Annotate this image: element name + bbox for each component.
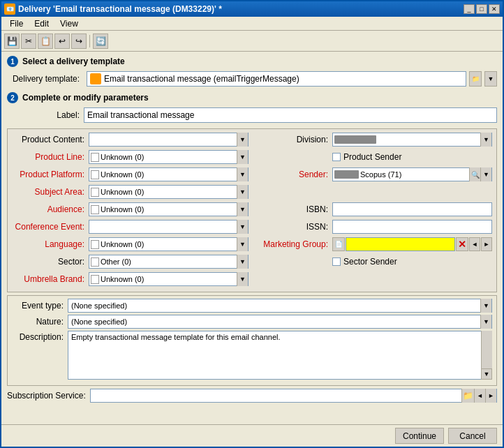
subject-area-arrow[interactable]: ▼ (237, 185, 248, 199)
menu-view[interactable]: View (54, 17, 84, 30)
marketing-group-label: Marketing Group: (255, 239, 332, 249)
sector-row: Sector: Other (0) ▼ (12, 254, 249, 269)
label-field-input[interactable]: Email transactional message (84, 107, 497, 123)
division-arrow[interactable]: ▼ (480, 133, 491, 147)
marketing-group-prev-button[interactable]: ◄ (469, 237, 480, 251)
product-platform-label: Product Platform: (12, 170, 89, 179)
isbn-input[interactable] (332, 202, 492, 216)
product-platform-field[interactable]: Unknown (0) ▼ (89, 167, 249, 181)
template-icon (90, 73, 101, 84)
delivery-template-browse-button[interactable]: 📁 (469, 71, 482, 87)
maximize-button[interactable]: □ (476, 4, 487, 14)
product-sender-checkbox[interactable] (332, 153, 341, 161)
marketing-group-delete-button[interactable]: ✕ (456, 237, 468, 251)
section1-header: 1 Select a delivery template (7, 56, 497, 67)
event-type-arrow[interactable]: ▼ (480, 299, 491, 313)
conference-event-label: Conference Event: (12, 222, 89, 232)
nature-arrow[interactable]: ▼ (480, 315, 491, 329)
isbn-row: ISBN: (255, 202, 492, 217)
section2-header: 2 Complete or modify parameters (7, 92, 497, 103)
product-line-label: Product Line: (12, 152, 89, 162)
title-bar: 📧 Delivery 'Email transactional message … (1, 1, 503, 17)
sender-search-button[interactable]: 🔍 (469, 167, 480, 181)
label-row: Label: Email transactional message (7, 107, 497, 123)
toolbar-undo-button[interactable]: ↩ (54, 33, 70, 49)
toolbar-redo-button[interactable]: ↪ (71, 33, 87, 49)
language-field[interactable]: Unknown (0) ▼ (89, 237, 249, 251)
product-line-field[interactable]: Unknown (0) ▼ (89, 150, 249, 164)
audience-field[interactable]: Unknown (0) ▼ (89, 202, 249, 216)
description-scrollbar-down[interactable]: ▼ (481, 368, 492, 380)
audience-value: Unknown (0) (101, 205, 144, 214)
conference-event-arrow[interactable]: ▼ (237, 220, 248, 234)
event-type-value: (None specified) (68, 301, 480, 310)
main-window: 📧 Delivery 'Email transactional message … (0, 0, 504, 448)
umbrella-brand-field[interactable]: Unknown (0) ▼ (89, 272, 249, 286)
subject-area-label: Subject Area: (12, 187, 89, 197)
audience-doc-icon (91, 205, 99, 214)
minimize-button[interactable]: _ (464, 4, 475, 14)
sector-sender-checkbox[interactable] (332, 257, 341, 266)
description-scrollbar-track (481, 331, 492, 368)
product-content-field[interactable]: ▼ (89, 133, 249, 147)
marketing-group-icon-button[interactable]: 📄 (332, 237, 345, 251)
umbrella-brand-label: Umbrella Brand: (12, 274, 89, 284)
language-arrow[interactable]: ▼ (237, 237, 248, 251)
conference-event-field[interactable]: ▼ (89, 220, 249, 234)
isbn-label: ISBN: (255, 204, 332, 214)
toolbar-copy-button[interactable]: 📋 (38, 33, 53, 49)
subject-area-field[interactable]: Unknown (0) ▼ (89, 185, 249, 199)
nature-value: (None specified) (68, 318, 480, 326)
conference-event-row: Conference Event: ▼ (12, 219, 249, 234)
issn-input[interactable] (332, 220, 492, 234)
marketing-group-row: Marketing Group: 📄 ✕ ◄ ► (255, 237, 492, 252)
subject-area-row: Subject Area: Unknown (0) ▼ (12, 184, 249, 200)
cancel-button[interactable]: Cancel (448, 428, 497, 444)
division-field[interactable]: ▼ (332, 133, 492, 147)
subscription-service-label: Subscription Service: (7, 391, 90, 401)
title-bar-left: 📧 Delivery 'Email transactional message … (4, 3, 222, 15)
section2-number: 2 (7, 92, 18, 103)
product-platform-arrow[interactable]: ▼ (237, 167, 248, 181)
toolbar-cut-button[interactable]: ✂ (21, 33, 36, 49)
product-line-value: Unknown (0) (101, 153, 144, 161)
audience-arrow[interactable]: ▼ (237, 202, 248, 216)
umbrella-brand-arrow[interactable]: ▼ (237, 272, 248, 286)
section1-number: 1 (7, 56, 18, 67)
close-button[interactable]: ✕ (489, 4, 500, 14)
marketing-group-input[interactable] (346, 237, 455, 251)
section2-title: Complete or modify parameters (22, 93, 149, 103)
product-platform-value: Unknown (0) (101, 170, 144, 179)
nature-field[interactable]: (None specified) ▼ (68, 315, 492, 329)
audience-label: Audience: (12, 204, 89, 214)
marketing-group-next-button[interactable]: ► (481, 237, 492, 251)
bottom-section: Event type: (None specified) ▼ Nature: (… (7, 295, 497, 386)
product-line-arrow[interactable]: ▼ (237, 150, 248, 164)
delivery-template-value: Email transactional message (emailTrigge… (104, 74, 299, 84)
division-label: Division: (255, 135, 332, 144)
sender-arrow[interactable]: ▼ (480, 167, 491, 181)
description-textarea[interactable]: Empty transactional message template for… (68, 331, 492, 380)
product-content-row: Product Content: ▼ (12, 132, 249, 147)
subscription-service-field: 📁 ◄ ► (90, 389, 497, 403)
continue-button[interactable]: Continue (395, 428, 444, 444)
product-content-arrow[interactable]: ▼ (237, 133, 248, 147)
sector-field[interactable]: Other (0) ▼ (89, 255, 249, 269)
subscription-service-prev-button[interactable]: ◄ (474, 389, 485, 403)
sector-arrow[interactable]: ▼ (237, 255, 248, 269)
delivery-template-arrow-button[interactable]: ▼ (484, 71, 497, 87)
subject-area-value: Unknown (0) (101, 188, 144, 196)
menu-bar: File Edit View (1, 17, 503, 31)
subscription-service-next-button[interactable]: ► (485, 389, 496, 403)
menu-edit[interactable]: Edit (29, 17, 54, 30)
toolbar-refresh-button[interactable]: 🔄 (93, 33, 108, 49)
event-type-field[interactable]: (None specified) ▼ (68, 299, 492, 313)
label-field-value: Email transactional message (87, 110, 194, 120)
subscription-service-browse-button[interactable]: 📁 (461, 389, 474, 403)
umbrella-brand-row: Umbrella Brand: Unknown (0) ▼ (12, 271, 249, 287)
menu-file[interactable]: File (4, 17, 29, 30)
language-row: Language: Unknown (0) ▼ (12, 237, 249, 252)
section1-title: Select a delivery template (22, 57, 125, 66)
toolbar-save-button[interactable]: 💾 (4, 33, 20, 49)
sector-sender-checkbox-row: Sector Sender (332, 257, 397, 267)
